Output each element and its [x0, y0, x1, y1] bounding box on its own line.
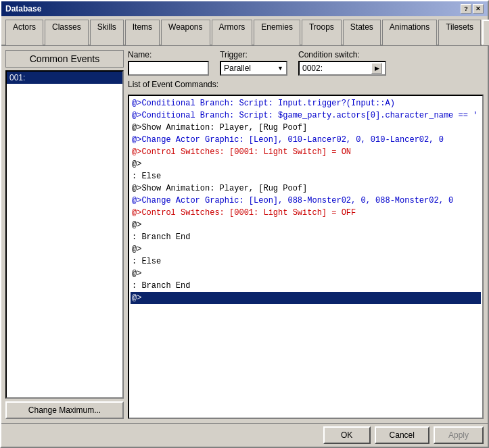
bottom-buttons: OK Cancel Apply: [1, 423, 488, 447]
tab-skills[interactable]: Skills: [90, 20, 124, 45]
tab-states[interactable]: States: [343, 20, 381, 45]
condition-switch-button[interactable]: ▶: [371, 63, 382, 74]
trigger-arrow-icon: ▼: [277, 65, 283, 72]
title-bar: Database ? ✕: [1, 1, 488, 16]
name-label: Name:: [128, 50, 209, 59]
command-text: @>Change Actor Graphic: [Leon], 010-Lanc…: [132, 135, 444, 145]
command-line[interactable]: @>Show Animation: Player, [Rug Poof]: [131, 182, 481, 195]
change-maximum-button[interactable]: Change Maximum...: [5, 401, 124, 419]
tab-classes[interactable]: Classes: [45, 20, 89, 45]
events-list[interactable]: 001:: [5, 70, 124, 399]
command-text: : Else: [132, 172, 161, 181]
command-text: @>Change Actor Graphic: [Leon], 088-Mons…: [132, 196, 453, 205]
tabs-bar: ActorsClassesSkillsItemsWeaponsArmorsEne…: [1, 16, 488, 46]
command-text: : Else: [132, 257, 161, 266]
command-line[interactable]: : Else: [131, 170, 481, 182]
command-text: : Branch End: [132, 281, 190, 291]
condition-switch-box: 0002: ▶: [298, 61, 386, 76]
command-line[interactable]: @>Control Switches: [0001: Light Switch]…: [131, 146, 481, 158]
ok-button[interactable]: OK: [323, 426, 371, 444]
window-title: Database: [5, 4, 41, 14]
command-line[interactable]: @>Change Actor Graphic: [Leon], 010-Lanc…: [131, 134, 481, 146]
command-line[interactable]: @>Show Animation: Player, [Rug Poof]: [131, 122, 481, 134]
trigger-field-group: Trigger: Parallel ▼: [220, 50, 287, 76]
command-text: @>: [132, 245, 141, 254]
database-window: Database ? ✕ ActorsClassesSkillsItemsWea…: [0, 0, 489, 448]
command-text: @>Control Switches: [0001: Light Switch]…: [132, 208, 356, 218]
tab-items[interactable]: Items: [125, 20, 160, 45]
help-button[interactable]: ?: [461, 4, 471, 14]
name-input[interactable]: [128, 61, 209, 76]
condition-field-group: Condition switch: 0002: ▶: [298, 50, 386, 76]
command-line[interactable]: : Branch End: [131, 231, 481, 243]
command-text: @>: [132, 269, 141, 278]
tab-actors[interactable]: Actors: [5, 20, 43, 45]
command-line[interactable]: : Else: [131, 255, 481, 268]
command-text: @>: [132, 220, 141, 230]
condition-label: Condition switch:: [298, 50, 386, 59]
command-line[interactable]: @>: [131, 292, 481, 304]
condition-value: 0002:: [302, 64, 323, 73]
apply-button[interactable]: Apply: [434, 426, 484, 444]
event-commands-label: List of Event Commands:: [128, 80, 484, 89]
command-text: @>Show Animation: Player, [Rug Poof]: [132, 123, 307, 132]
trigger-value: Parallel: [224, 64, 251, 73]
cancel-button[interactable]: Cancel: [375, 426, 429, 444]
command-text: @>: [132, 293, 141, 303]
close-button[interactable]: ✕: [473, 4, 484, 14]
tab-animations[interactable]: Animations: [382, 20, 437, 45]
left-panel: Common Events 001: Change Maximum...: [5, 50, 124, 419]
command-text: @>: [132, 159, 141, 169]
command-line[interactable]: @>: [131, 158, 481, 170]
panel-title: Common Events: [5, 50, 124, 68]
tab-troops[interactable]: Troops: [302, 20, 342, 45]
command-line[interactable]: @>: [131, 243, 481, 255]
command-line[interactable]: @>Conditional Branch: Script: $game_part…: [131, 109, 481, 122]
command-text: : Branch End: [132, 232, 190, 242]
command-text: @>Conditional Branch: Script: Input.trig…: [132, 99, 395, 108]
trigger-label: Trigger:: [220, 50, 287, 59]
tab-tilesets[interactable]: Tilesets: [438, 20, 481, 45]
tab-armors[interactable]: Armors: [212, 20, 253, 45]
trigger-select[interactable]: Parallel ▼: [220, 61, 287, 76]
tab-common-events[interactable]: Common Events: [482, 20, 489, 45]
command-text: @>Conditional Branch: Script: $game_part…: [132, 111, 478, 120]
content-row: Common Events 001: Change Maximum... Nam…: [5, 50, 484, 419]
command-line[interactable]: @>Change Actor Graphic: [Leon], 088-Mons…: [131, 195, 481, 207]
right-panel: Name: Trigger: Parallel ▼ Condition swit…: [128, 50, 484, 419]
list-item[interactable]: 001:: [7, 72, 122, 84]
command-text: @>Control Switches: [0001: Light Switch]…: [132, 147, 351, 157]
command-text: @>Show Animation: Player, [Rug Poof]: [132, 184, 307, 193]
event-commands-list[interactable]: @>Conditional Branch: Script: Input.trig…: [128, 95, 484, 419]
command-line[interactable]: @>: [131, 268, 481, 280]
title-bar-buttons: ? ✕: [461, 4, 484, 14]
tab-enemies[interactable]: Enemies: [254, 20, 300, 45]
name-field-group: Name:: [128, 50, 209, 76]
tab-weapons[interactable]: Weapons: [161, 20, 210, 45]
main-content: Common Events 001: Change Maximum... Nam…: [1, 46, 488, 423]
command-line[interactable]: @>: [131, 219, 481, 231]
fields-row: Name: Trigger: Parallel ▼ Condition swit…: [128, 50, 484, 76]
command-line[interactable]: : Branch End: [131, 280, 481, 292]
command-line[interactable]: @>Conditional Branch: Script: Input.trig…: [131, 97, 481, 109]
command-line[interactable]: @>Control Switches: [0001: Light Switch]…: [131, 207, 481, 219]
